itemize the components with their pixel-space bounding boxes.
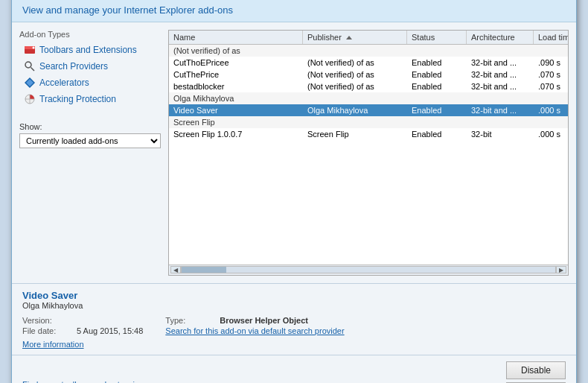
group-header-notverified: (Not verified) of as bbox=[169, 45, 568, 57]
svg-line-4 bbox=[31, 67, 35, 71]
addon-details: Version: File date: 5 Aug 2015, 15:48 Mo… bbox=[22, 316, 566, 349]
tracking-icon bbox=[24, 93, 36, 105]
type-row: Type: Browser Helper Object bbox=[165, 316, 344, 325]
scroll-left-icon[interactable]: ◀ bbox=[170, 266, 181, 273]
sidebar-item-toolbars-label: Toolbars and Extensions bbox=[39, 45, 137, 55]
sidebar-item-search-label: Search Providers bbox=[39, 61, 108, 72]
sidebar-item-toolbars[interactable]: Toolbars and Extensions bbox=[19, 42, 161, 58]
more-info-link[interactable]: More information bbox=[22, 340, 143, 349]
sidebar-item-accelerators[interactable]: Accelerators bbox=[19, 75, 161, 91]
version-row: Version: bbox=[22, 316, 143, 325]
sidebar-item-tracking-label: Tracking Protection bbox=[39, 94, 116, 104]
table-row[interactable]: CutThePrice (Not verified) of as Enabled… bbox=[169, 69, 568, 80]
table-row[interactable]: bestadblocker (Not verified) of as Enabl… bbox=[169, 80, 568, 92]
sidebar-item-accelerators-label: Accelerators bbox=[39, 77, 89, 88]
group-header-screenflip: Screen Flip bbox=[169, 116, 568, 128]
footer-links: Find more toolbars and extensions... Lea… bbox=[22, 380, 176, 384]
sidebar-item-tracking[interactable]: Tracking Protection bbox=[19, 91, 161, 107]
type-value: Browser Helper Object bbox=[220, 316, 308, 325]
search-icon bbox=[24, 60, 36, 72]
sort-arrow-icon bbox=[346, 36, 352, 39]
info-panel: Video Saver Olga Mikhaylova Version: Fil… bbox=[12, 283, 576, 355]
search-addon-link[interactable]: Search for this add-on via default searc… bbox=[165, 326, 344, 335]
horizontal-scrollbar[interactable]: ◀ ▶ bbox=[169, 265, 568, 275]
svg-point-3 bbox=[25, 62, 31, 68]
info-right: Type: Browser Helper Object Search for t… bbox=[165, 316, 344, 349]
addon-name: Video Saver bbox=[22, 290, 566, 301]
filedate-label: File date: bbox=[22, 326, 71, 335]
type-label: Type: bbox=[165, 316, 214, 325]
col-publisher[interactable]: Publisher bbox=[303, 31, 407, 44]
version-label: Version: bbox=[22, 316, 71, 325]
footer: Find more toolbars and extensions... Lea… bbox=[12, 355, 576, 384]
main-content: Add-on Types Toolbars and Extensions Sea… bbox=[12, 22, 576, 283]
info-left: Version: File date: 5 Aug 2015, 15:48 Mo… bbox=[22, 316, 143, 349]
addon-publisher: Olga Mikhaylova bbox=[22, 301, 566, 310]
addons-table: Name Publisher Status Architecture Load … bbox=[168, 30, 569, 276]
scroll-track[interactable] bbox=[181, 266, 556, 273]
manage-addons-dialog: Manage Add-ons ✕ View and manage your In… bbox=[11, 0, 577, 383]
table-row[interactable]: CutThoEPricee (Not verified) of as Enabl… bbox=[169, 57, 568, 69]
table-row-selected[interactable]: Video Saver Olga Mikhaylova Enabled 32-b… bbox=[169, 104, 568, 116]
disable-button[interactable]: Disable bbox=[506, 361, 566, 379]
table-header: Name Publisher Status Architecture Load … bbox=[169, 31, 568, 45]
sidebar-item-search[interactable]: Search Providers bbox=[19, 58, 161, 75]
scroll-thumb[interactable] bbox=[182, 267, 226, 273]
col-status[interactable]: Status bbox=[407, 31, 467, 44]
accelerators-icon bbox=[24, 77, 36, 89]
addon-types-label: Add-on Types bbox=[19, 30, 161, 39]
show-label: Show: bbox=[19, 122, 161, 131]
search-row: Search for this add-on via default searc… bbox=[165, 326, 344, 335]
filedate-row: File date: 5 Aug 2015, 15:48 bbox=[22, 326, 143, 335]
filedate-value: 5 Aug 2015, 15:48 bbox=[77, 326, 143, 335]
footer-buttons: Disable Close bbox=[506, 361, 566, 384]
find-more-link[interactable]: Find more toolbars and extensions... bbox=[22, 380, 176, 384]
scroll-right-icon[interactable]: ▶ bbox=[556, 266, 566, 273]
group-header-olga: Olga Mikhaylova bbox=[169, 92, 568, 104]
col-arch[interactable]: Architecture bbox=[467, 31, 534, 44]
toolbars-icon bbox=[24, 44, 36, 56]
col-load[interactable]: Load time bbox=[534, 31, 569, 44]
show-select[interactable]: Currently loaded add-ons bbox=[19, 133, 161, 148]
svg-point-2 bbox=[33, 46, 35, 48]
col-name[interactable]: Name bbox=[169, 31, 303, 44]
table-body: (Not verified) of as CutThoEPricee (Not … bbox=[169, 45, 568, 265]
table-row[interactable]: Screen Flip 1.0.0.7 Screen Flip Enabled … bbox=[169, 128, 568, 140]
header-banner: View and manage your Internet Explorer a… bbox=[12, 0, 576, 22]
sidebar: Add-on Types Toolbars and Extensions Sea… bbox=[19, 30, 161, 276]
